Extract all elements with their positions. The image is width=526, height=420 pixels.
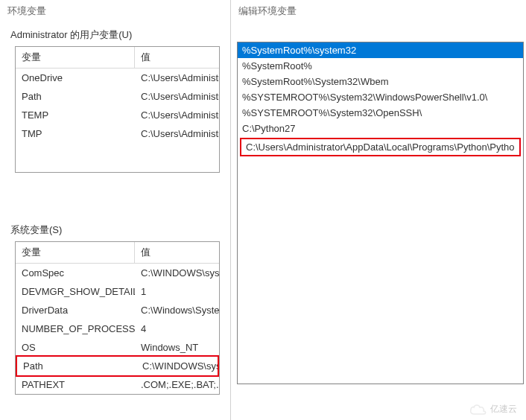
table-row[interactable]: NUMBER_OF_PROCESSORS4	[16, 319, 219, 338]
list-item[interactable]: C:\Users\Administrator\AppData\Local\Pro…	[241, 139, 519, 155]
var-value: C:\Users\Administr	[135, 89, 219, 104]
sys-vars-label: 系统变量(S)	[0, 217, 230, 241]
cloud-icon	[469, 404, 487, 416]
table-row[interactable]: ComSpecC:\WINDOWS\syste	[16, 264, 219, 282]
col-header-name[interactable]: 变量	[16, 47, 135, 68]
var-name: OS	[16, 340, 135, 355]
watermark: 亿速云	[469, 403, 517, 416]
col-header-value[interactable]: 值	[135, 242, 219, 263]
list-item[interactable]: %SYSTEMROOT%\System32\OpenSSH\	[238, 105, 523, 121]
var-name: DriverData	[16, 302, 135, 318]
var-name: PATHEXT	[16, 377, 135, 392]
var-name: DEVMGR_SHOW_DETAILS	[16, 284, 135, 299]
var-value: 1	[135, 284, 219, 299]
var-name: Path	[16, 89, 135, 104]
env-vars-title: 环境变量	[0, 0, 230, 22]
list-item[interactable]: %SystemRoot%\system32	[238, 42, 523, 58]
edit-env-var-title: 编辑环境变量	[231, 0, 526, 22]
list-item[interactable]: C:\Python27	[238, 121, 523, 136]
highlight-box: PathC:\WINDOWS\syste	[16, 355, 219, 377]
var-value: C:\Users\Administr	[135, 126, 219, 141]
table-row[interactable]: DriverDataC:\Windows\Syster	[16, 301, 219, 319]
var-name: TMP	[16, 126, 135, 141]
table-row[interactable]: TMPC:\Users\Administr	[16, 124, 219, 143]
var-name: OneDrive	[16, 70, 135, 86]
var-value: .COM;.EXE;.BAT;.CM	[135, 377, 219, 392]
var-value: C:\Users\Administr	[135, 107, 219, 123]
table-row[interactable]: PathC:\WINDOWS\syste	[17, 357, 218, 375]
table-row[interactable]: PathC:\Users\Administr	[16, 87, 219, 106]
var-value: 4	[135, 321, 219, 337]
col-header-value[interactable]: 值	[135, 47, 219, 68]
list-item[interactable]: %SYSTEMROOT%\System32\WindowsPowerShell\…	[238, 89, 523, 105]
var-value: C:\WINDOWS\syste	[135, 265, 219, 281]
path-value-list[interactable]: %SystemRoot%\system32%SystemRoot%%System…	[237, 42, 524, 384]
table-row[interactable]: OneDriveC:\Users\Administr	[16, 69, 219, 87]
var-name: Path	[17, 358, 136, 374]
col-header-name[interactable]: 变量	[16, 242, 135, 263]
var-name: NUMBER_OF_PROCESSORS	[16, 321, 135, 337]
list-item[interactable]: %SystemRoot%	[238, 58, 523, 74]
table-row[interactable]: TEMPC:\Users\Administr	[16, 106, 219, 124]
var-value: C:\Windows\Syster	[135, 302, 219, 318]
list-item[interactable]: %SystemRoot%\System32\Wbem	[238, 74, 523, 89]
var-value: C:\WINDOWS\syste	[136, 358, 218, 374]
table-row[interactable]: PATHEXT.COM;.EXE;.BAT;.CM	[16, 375, 219, 394]
sys-vars-table[interactable]: 变量 值 ComSpecC:\WINDOWS\systeDEVMGR_SHOW_…	[15, 241, 220, 395]
user-vars-label: Administrator 的用户变量(U)	[0, 22, 230, 46]
table-row[interactable]: DEVMGR_SHOW_DETAILS1	[16, 282, 219, 301]
user-vars-table[interactable]: 变量 值 OneDriveC:\Users\AdministrPathC:\Us…	[15, 46, 220, 173]
table-row[interactable]: OSWindows_NT	[16, 338, 219, 357]
var-value: C:\Users\Administr	[135, 70, 219, 86]
var-name: TEMP	[16, 107, 135, 123]
highlight-box: C:\Users\Administrator\AppData\Local\Pro…	[240, 138, 521, 156]
var-name: ComSpec	[16, 265, 135, 281]
var-value: Windows_NT	[135, 340, 219, 355]
